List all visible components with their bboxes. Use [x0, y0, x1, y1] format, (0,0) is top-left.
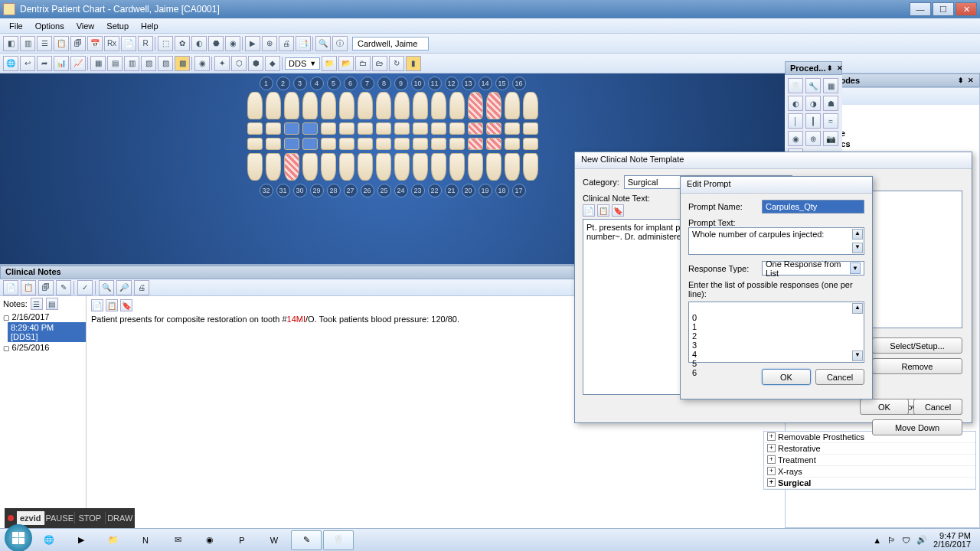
tooth[interactable]: [431, 92, 446, 119]
cn-tb-icon[interactable]: 📋: [21, 280, 36, 295]
tb-icon[interactable]: ▩: [175, 56, 190, 71]
tb-icon[interactable]: 🗀: [355, 56, 371, 71]
taskbar-explorer-icon[interactable]: 📁: [98, 530, 129, 550]
tooth[interactable]: [302, 138, 318, 150]
date-item[interactable]: 2/16/2017: [0, 311, 86, 322]
prompt-name-input[interactable]: Carpules_Qty: [762, 200, 864, 214]
select-setup-button[interactable]: Select/Setup...: [872, 337, 962, 354]
prompt-text-input[interactable]: Whole number of carpules injected: ▲ ▼: [688, 227, 864, 255]
tb-icon[interactable]: ⬚: [158, 36, 173, 51]
stop-button[interactable]: STOP: [74, 512, 105, 524]
tray-icon[interactable]: 🛡: [902, 536, 910, 545]
tooth[interactable]: [321, 138, 336, 150]
proc-icon[interactable]: │: [788, 113, 803, 129]
category-item-selected[interactable]: Surgical: [764, 478, 975, 489]
tooth[interactable]: [358, 138, 373, 150]
tb-icon[interactable]: 📅: [87, 36, 103, 51]
tooth[interactable]: [321, 153, 336, 181]
taskbar-ezvid-icon[interactable]: ✎: [291, 530, 322, 550]
tooth[interactable]: [431, 122, 446, 135]
cn-tb-icon[interactable]: ✎: [56, 280, 71, 295]
pin-icon[interactable]: ⬍: [825, 64, 834, 73]
tray-clock[interactable]: 9:47 PM 2/16/2017: [933, 532, 971, 549]
tooth[interactable]: [413, 153, 428, 181]
tooth[interactable]: [468, 122, 483, 135]
category-item[interactable]: Restorative: [764, 443, 975, 455]
menu-setup[interactable]: Setup: [100, 20, 135, 32]
tooth[interactable]: [394, 122, 410, 135]
cn-tb-icon[interactable]: ✓: [77, 280, 93, 295]
note-tb-icon[interactable]: 🔖: [120, 299, 132, 311]
tb-icon[interactable]: 🌐: [3, 56, 18, 71]
proc-icon[interactable]: ┃: [805, 113, 821, 129]
proc-icon[interactable]: ◐: [788, 96, 803, 111]
tooth[interactable]: [302, 153, 318, 181]
cn-tb-icon[interactable]: 🔍: [99, 280, 114, 295]
tooth[interactable]: [505, 138, 520, 150]
pin-icon[interactable]: ⬍: [956, 77, 965, 85]
tooth[interactable]: [376, 138, 391, 150]
proc-icon[interactable]: ◑: [805, 96, 821, 111]
menu-options[interactable]: Options: [29, 20, 70, 32]
tb-icon[interactable]: ✦: [214, 56, 230, 71]
menu-help[interactable]: Help: [135, 20, 165, 32]
taskbar-dentrix-icon[interactable]: 🦷: [323, 530, 354, 550]
tooth[interactable]: [394, 138, 410, 150]
tb-icon[interactable]: 📂: [338, 56, 354, 71]
tb-icon[interactable]: ☰: [37, 36, 52, 51]
tb-icon[interactable]: ◐: [191, 36, 207, 51]
taskbar-ie-icon[interactable]: 🌐: [34, 530, 64, 550]
taskbar-onenote-icon[interactable]: N: [130, 530, 161, 550]
proc-icon[interactable]: 🔧: [805, 78, 821, 93]
scroll-up-icon[interactable]: ▲: [852, 303, 863, 314]
category-item[interactable]: X-rays: [764, 466, 975, 478]
proc-icon[interactable]: ☗: [823, 96, 838, 111]
tb-icon[interactable]: 📑: [296, 36, 311, 51]
tooth[interactable]: [449, 122, 465, 135]
taskbar-word-icon[interactable]: W: [259, 530, 289, 550]
tooth[interactable]: [284, 92, 299, 119]
tb-icon[interactable]: ↩: [20, 56, 35, 71]
tooth[interactable]: [468, 138, 483, 150]
tb-icon[interactable]: ▶: [245, 36, 260, 51]
draw-button[interactable]: DRAW: [105, 512, 136, 524]
tooth[interactable]: [266, 153, 281, 181]
tb-icon[interactable]: 📄: [121, 36, 136, 51]
view-icon[interactable]: ▤: [46, 298, 58, 310]
tb-icon[interactable]: 🖨: [279, 36, 294, 51]
taskbar-chrome-icon[interactable]: ◉: [194, 530, 225, 550]
proc-icon[interactable]: ◉: [788, 131, 803, 146]
tb-icon[interactable]: ▨: [158, 56, 173, 71]
tray-icon[interactable]: 🔊: [916, 535, 927, 545]
maximize-button[interactable]: ☐: [933, 2, 954, 16]
remove-button[interactable]: Remove: [872, 358, 962, 374]
scroll-up-icon[interactable]: ▲: [852, 229, 863, 240]
tooth[interactable]: [302, 122, 318, 135]
tb-icon[interactable]: 📋: [54, 36, 69, 51]
tooth[interactable]: [358, 92, 373, 119]
ok-button[interactable]: OK: [860, 399, 909, 415]
cn-tb-icon[interactable]: 🖨: [134, 280, 149, 295]
tooth[interactable]: [266, 138, 281, 150]
tooth[interactable]: [247, 153, 263, 181]
tray-icon[interactable]: 🏳: [887, 536, 896, 545]
tb-icon[interactable]: ⬣: [208, 36, 224, 51]
pause-button[interactable]: PAUSE: [44, 512, 75, 524]
menu-view[interactable]: View: [70, 20, 101, 32]
tooth[interactable]: [321, 92, 336, 119]
tooth[interactable]: [284, 138, 299, 150]
tooth[interactable]: [505, 122, 520, 135]
tooth[interactable]: [413, 92, 428, 119]
tooth[interactable]: [468, 153, 483, 181]
cn-tb-icon[interactable]: 🔎: [116, 280, 132, 295]
tb-icon[interactable]: ⬢: [248, 56, 263, 71]
tooth[interactable]: [431, 153, 446, 181]
close-icon[interactable]: ✕: [966, 77, 975, 85]
note-tb-icon[interactable]: 📋: [106, 299, 118, 311]
provider-select[interactable]: DDS ▼: [285, 57, 320, 70]
tb-icon[interactable]: ↻: [389, 56, 404, 71]
tb-icon[interactable]: 🗐: [70, 36, 86, 51]
tooth[interactable]: [505, 92, 520, 119]
tb-icon[interactable]: 🗁: [372, 56, 387, 71]
tooth[interactable]: [505, 153, 520, 181]
